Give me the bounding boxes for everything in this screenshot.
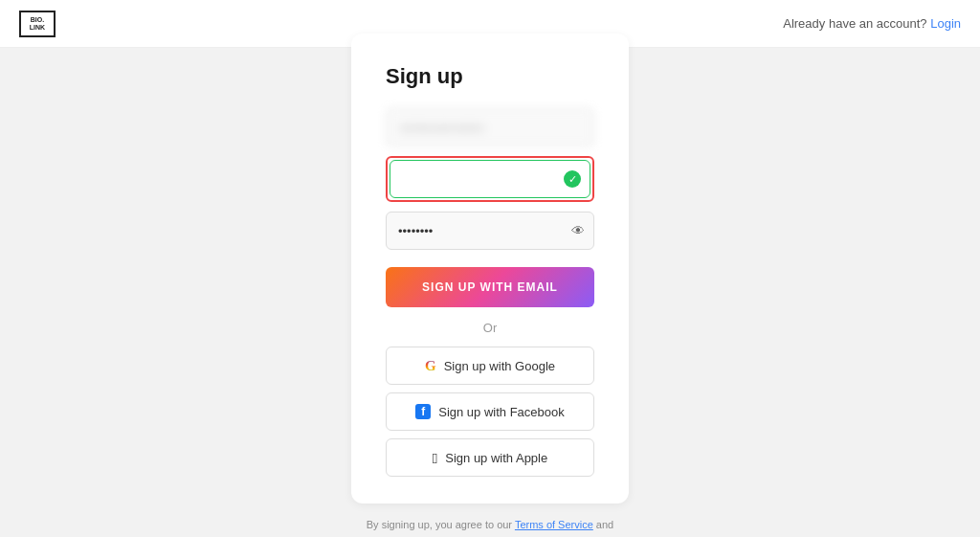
header-account-prompt: Already have an account? Login (783, 16, 961, 31)
main-content: Sign up ✓ 👁 SIGN UP WITH EMAIL Or G Sign… (0, 48, 980, 537)
password-eye-icon[interactable]: 👁 (571, 223, 585, 238)
tos-link[interactable]: Terms of Service (515, 519, 593, 530)
signup-apple-label: Sign up with Apple (445, 451, 547, 465)
facebook-icon: f (415, 404, 431, 419)
email-input[interactable] (390, 160, 590, 198)
already-account-text: Already have an account? (783, 16, 926, 31)
name-input-group (386, 108, 594, 146)
signup-apple-button[interactable]:  Sign up with Apple (386, 438, 594, 477)
email-input-group: ✓ (390, 160, 590, 198)
divider: Or (386, 321, 594, 335)
footer-terms: By signing up, you agree to our Terms of… (367, 517, 613, 537)
logo-text: BIO.LINK (30, 16, 45, 31)
signup-email-button[interactable]: SIGN UP WITH EMAIL (386, 267, 594, 307)
signup-facebook-button[interactable]: f Sign up with Facebook (386, 392, 594, 431)
card-title: Sign up (386, 64, 594, 89)
email-check-icon: ✓ (564, 170, 581, 188)
email-highlight-box: ✓ (386, 156, 594, 202)
name-input[interactable] (386, 108, 594, 146)
signup-card: Sign up ✓ 👁 SIGN UP WITH EMAIL Or G Sign… (351, 34, 629, 503)
password-input[interactable] (386, 212, 594, 250)
signup-google-label: Sign up with Google (444, 359, 555, 373)
password-input-group: 👁 (386, 212, 594, 250)
apple-icon:  (433, 450, 437, 466)
footer-text-middle: and (593, 519, 613, 530)
login-link[interactable]: Login (930, 16, 961, 31)
signup-google-button[interactable]: G Sign up with Google (386, 347, 594, 385)
footer-text-before: By signing up, you agree to our (367, 519, 515, 530)
google-icon: G (425, 358, 436, 374)
logo: BIO.LINK (19, 11, 56, 37)
signup-facebook-label: Sign up with Facebook (438, 405, 565, 419)
